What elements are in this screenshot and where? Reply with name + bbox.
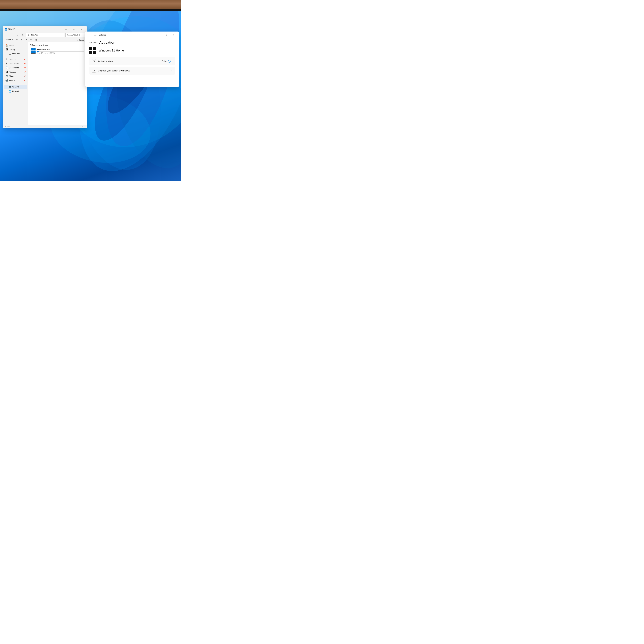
copy-icon: ⧉ <box>21 39 22 41</box>
windows-logo <box>89 47 96 54</box>
section-label: Devices and drives <box>32 44 48 46</box>
sidebar-item-videos[interactable]: 📹 Videos 📌 <box>4 78 27 82</box>
settings-window: ← Settings — □ ✕ System › Activation <box>85 32 179 87</box>
delete-icon: 🗑 <box>35 39 37 41</box>
settings-minimize-button[interactable]: — <box>155 33 162 37</box>
sidebar-music-label: Music <box>9 75 14 77</box>
sidebar-item-onedrive[interactable]: › ☁ OneDrive <box>4 52 27 56</box>
home-icon: 🏠 <box>5 44 8 47</box>
cut-button[interactable]: ✂ <box>15 38 19 41</box>
sidebar-gallery-label: Gallery <box>9 48 15 50</box>
activation-chevron-icon: ▾ <box>172 60 172 62</box>
sidebar-item-thispc[interactable]: › 💻 This PC <box>4 85 27 89</box>
file-explorer-navbar: ← → ↑ ↻ 🖥 › This PC › <box>3 32 87 38</box>
rename-button[interactable]: ✏ <box>29 38 33 41</box>
black-bar <box>0 9 181 11</box>
pictures-icon: 🖼 <box>5 71 8 73</box>
up-button[interactable]: ↑ <box>15 33 20 37</box>
device-name: Local Disk (C:) <box>37 48 84 50</box>
settings-title-left: ← Settings <box>87 33 106 37</box>
documents-pin-icon: 📌 <box>24 67 26 69</box>
cut-icon: ✂ <box>16 39 18 41</box>
file-explorer-titlebar: This PC — □ ✕ <box>3 26 87 32</box>
address-path: This PC <box>31 34 38 36</box>
paste-icon: ⧉ <box>26 39 27 41</box>
music-pin-icon: 📌 <box>24 75 26 77</box>
sidebar-item-home[interactable]: 🏠 Home <box>4 43 27 47</box>
address-bar[interactable]: 🖥 › This PC › <box>26 33 65 37</box>
forward-button[interactable]: → <box>10 33 14 37</box>
list-view-icon[interactable]: ≡ <box>82 126 83 128</box>
upgrade-row[interactable]: ⊡ Upgrade your edition of Windows ▾ <box>89 67 175 75</box>
status-bar: 1 item ≡ □ <box>3 125 87 128</box>
os-name: Windows 11 Home <box>99 49 124 52</box>
hamburger-icon <box>94 34 96 36</box>
settings-maximize-button[interactable]: □ <box>162 33 170 37</box>
minimize-button[interactable]: — <box>62 27 70 32</box>
onedrive-icon: ☁ <box>9 52 11 55</box>
file-explorer-icon <box>5 28 7 31</box>
desktop-icon: 🖥 <box>5 58 8 61</box>
sidebar-downloads-label: Downloads <box>9 63 19 65</box>
activation-icon: ⊡ <box>92 59 96 63</box>
settings-hamburger-button[interactable] <box>93 33 98 37</box>
local-disk-icon <box>31 48 36 54</box>
paste-button[interactable]: ⧉ <box>24 38 28 41</box>
sidebar-item-pictures[interactable]: 🖼 Pictures 📌 <box>4 70 27 74</box>
wood-strip <box>0 0 181 9</box>
file-explorer-toolbar: + New ▾ ✂ ⧉ ⧉ ✏ 🗑 ··· ⊟ Det <box>3 38 87 42</box>
upgrade-row-left: ⊡ Upgrade your edition of Windows <box>92 69 130 73</box>
close-button[interactable]: ✕ <box>78 27 86 32</box>
rename-icon: ✏ <box>30 39 32 41</box>
sidebar-desktop-label: Desktop <box>9 58 16 60</box>
settings-body: System › Activation Windows 11 Home ⊡ Ac… <box>85 38 179 87</box>
breadcrumb: System › Activation <box>89 41 175 44</box>
sidebar-item-downloads[interactable]: ⬇ Downloads 📌 <box>4 62 27 66</box>
settings-back-button[interactable]: ← <box>87 33 92 37</box>
grid-view-icon[interactable]: □ <box>84 126 85 128</box>
sidebar-item-desktop[interactable]: 🖥 Desktop 📌 <box>4 57 27 61</box>
upgrade-label: Upgrade your edition of Windows <box>98 69 130 72</box>
sidebar-home-label: Home <box>9 44 14 46</box>
videos-pin-icon: 📌 <box>24 79 26 81</box>
section-chevron: ▾ <box>30 44 31 46</box>
refresh-button[interactable]: ↻ <box>20 33 25 37</box>
sidebar-item-network[interactable]: › 🌐 Network <box>4 89 27 93</box>
check-circle-icon: ✓ <box>168 60 171 63</box>
sidebar-item-gallery[interactable]: 🖼 Gallery <box>4 47 27 51</box>
maximize-button[interactable]: □ <box>70 27 78 32</box>
file-explorer-window-controls: — □ ✕ <box>62 27 86 32</box>
more-button[interactable]: ··· <box>39 38 43 41</box>
gallery-icon: 🖼 <box>5 48 8 51</box>
new-label: New ▾ <box>8 39 13 41</box>
search-input[interactable] <box>65 33 86 37</box>
address-chevron2: › <box>38 34 39 36</box>
device-info: Local Disk (C:) 1.80 TB free of 1.86 TB <box>37 48 84 54</box>
sidebar-item-music[interactable]: 🎵 Music 📌 <box>4 74 27 78</box>
activation-row-right: Active ✓ ▾ <box>162 60 172 63</box>
copy-button[interactable]: ⧉ <box>20 38 24 41</box>
new-icon: + <box>6 39 7 41</box>
music-icon: 🎵 <box>5 75 8 77</box>
sidebar-item-documents[interactable]: 📄 Documents 📌 <box>4 66 27 70</box>
delete-button[interactable]: 🗑 <box>34 38 38 41</box>
active-text: Active <box>162 60 167 62</box>
activation-state-row[interactable]: ⊡ Activation state Active ✓ ▾ <box>89 57 175 65</box>
windows-header: Windows 11 Home <box>89 47 175 54</box>
settings-title-text: Settings <box>99 34 106 36</box>
pin-icon: 📌 <box>24 59 26 60</box>
breadcrumb-current: Activation <box>99 41 115 44</box>
documents-icon: 📄 <box>5 66 8 69</box>
back-button[interactable]: ← <box>4 33 9 37</box>
details-button[interactable]: ⊟ Details <box>75 38 86 41</box>
file-explorer-body: 🏠 Home 🖼 Gallery › ☁ OneDrive 🖥 Desktop … <box>3 42 87 125</box>
thispc-icon: 💻 <box>9 86 11 88</box>
file-explorer-window: This PC — □ ✕ ← → ↑ ↻ 🖥 › This PC › <box>3 26 87 128</box>
local-disk-card[interactable]: Local Disk (C:) 1.80 TB free of 1.86 TB <box>30 47 85 55</box>
item-count: 1 item <box>5 126 10 128</box>
settings-close-button[interactable]: ✕ <box>170 33 178 37</box>
new-button[interactable]: + New ▾ <box>4 38 14 42</box>
address-chevron1: › <box>30 34 30 36</box>
expand-chevron: › <box>7 53 7 55</box>
active-badge: Active ✓ <box>162 60 171 63</box>
